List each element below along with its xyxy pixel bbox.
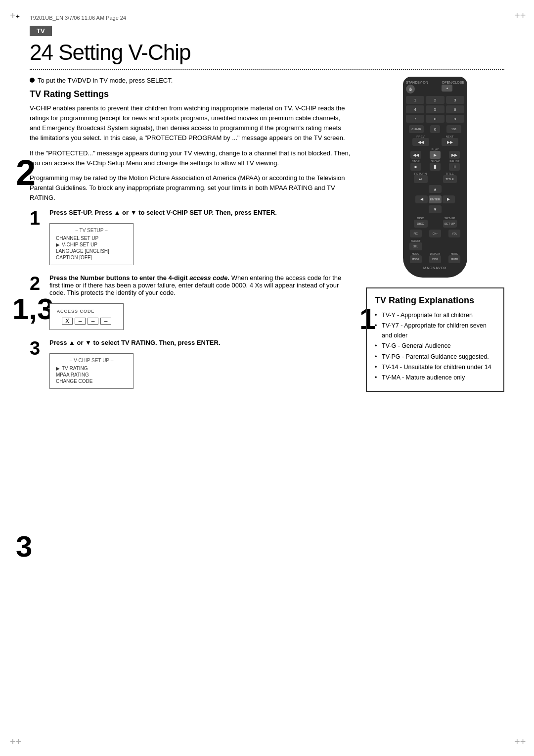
remote-number-grid: 1 2 3 4 5 6 7 8 9 <box>406 96 464 123</box>
right-column: STANDBY-ON ⏻ OPEN/CLOSE ▲ 1 2 3 4 <box>366 77 504 398</box>
step-1-menu-item-3: LANGUAGE [ENGLISH] <box>56 248 127 254</box>
code-box-4: – <box>100 318 111 325</box>
num-btn-7[interactable]: 7 <box>406 115 424 123</box>
step-3-number: 3 <box>30 339 44 358</box>
tv-rating-item-6: TV-MA - Mature audience only <box>375 373 495 382</box>
next-button[interactable]: ▶▶ <box>442 138 458 146</box>
left-button[interactable]: ◀ <box>415 195 428 203</box>
access-code-label: ACCESS CODE <box>57 309 116 314</box>
step-1-screen: – TV SETUP – CHANNEL SET UP ▶ V-CHIP SET… <box>49 223 134 265</box>
fast-forward-button[interactable]: ▶▶ <box>449 151 460 159</box>
step-1-content: Press SET-UP. Press ▲ or ▼ to select V-C… <box>49 209 351 265</box>
code-box-2: – <box>75 318 86 325</box>
pause-button[interactable]: ⏸ <box>449 163 460 171</box>
step-2-access-code-screen: ACCESS CODE X – – – <box>49 303 124 330</box>
tv-rating-item-1: TV-Y - Appropriate for all children <box>375 311 495 320</box>
remote-clear-row: CLEAR 0 100 <box>406 125 464 133</box>
page-header: T9201UB_EN 3/7/06 11:06 AM Page 24 <box>30 15 504 21</box>
display-button[interactable]: DISP <box>429 255 441 263</box>
slow-button[interactable]: ▐▌ <box>430 163 441 171</box>
stop-slow-pause-row: STOP ■ SLOW ▐▌ PAUSE ⏸ <box>406 160 464 171</box>
play-row: PLAY ◀◀ ▶ ▶▶ <box>406 148 464 159</box>
num-btn-8[interactable]: 8 <box>426 115 444 123</box>
mode-button[interactable]: MODE <box>410 255 422 263</box>
play-button[interactable]: ▶ <box>430 151 441 159</box>
mute-button[interactable]: MUTE <box>448 255 460 263</box>
dotted-separator <box>30 69 504 70</box>
step-3-menu-item-1: ▶ TV RATING <box>56 365 127 372</box>
standby-button[interactable]: ⏻ <box>406 85 415 94</box>
picture-button[interactable]: PIC <box>410 230 422 237</box>
step-1-menu-item-2: ▶ V-CHIP SET UP <box>56 241 127 248</box>
num-btn-6[interactable]: 6 <box>446 105 464 113</box>
num-btn-2[interactable]: 2 <box>426 96 444 104</box>
step-2-title: Press the Number buttons to enter the 4-… <box>49 274 351 296</box>
enter-button[interactable]: ENTER <box>429 195 441 203</box>
ch-button[interactable]: CH+ <box>429 230 441 237</box>
step-1-block: 1 Press SET-UP. Press ▲ or ▼ to select V… <box>30 209 351 265</box>
remote-brand: MAGNAVOX <box>406 266 464 270</box>
step-2-title-bold: Press the Number buttons to enter the 4-… <box>49 274 188 282</box>
btn-100[interactable]: 100 <box>446 125 461 133</box>
select-row: SELECT SEL <box>406 239 464 250</box>
select-note: To put the TV/DVD in TV mode, press SELE… <box>30 77 351 84</box>
right-button[interactable]: ▶ <box>443 195 455 203</box>
remote-prev-next-row: PREV ◀◀ NEXT ▶▶ <box>406 135 464 146</box>
step-2-title-italic: access code. <box>189 274 229 282</box>
step-2-content: Press the Number buttons to enter the 4-… <box>49 274 351 330</box>
step-1-title: Press SET-UP. Press ▲ or ▼ to select V-C… <box>49 209 351 216</box>
step-3-title: Press ▲ or ▼ to select TV RATING. Then, … <box>49 339 351 346</box>
vol-button[interactable]: VOL <box>448 230 460 237</box>
title-button[interactable]: TITLE <box>443 175 457 183</box>
step-3-menu-title: – V-CHIP SET UP – <box>56 358 127 363</box>
up-button[interactable]: ▲ <box>429 185 441 193</box>
step-1-menu-title: – TV SETUP – <box>56 228 127 233</box>
stop-button[interactable]: ■ <box>410 163 421 171</box>
step-2-number: 2 <box>30 274 44 293</box>
step-1-title-text: Press SET-UP. Press ▲ or ▼ to select V-C… <box>49 209 277 216</box>
num-btn-9[interactable]: 9 <box>446 115 464 123</box>
page-meta: T9201UB_EN 3/7/06 11:06 AM Page 24 <box>30 15 126 21</box>
step-3-content: Press ▲ or ▼ to select TV RATING. Then, … <box>49 339 351 389</box>
remote-control: STANDBY-ON ⏻ OPEN/CLOSE ▲ 1 2 3 4 <box>403 77 467 278</box>
nav-cross-container: ▲ ◀ ENTER ▶ ▼ <box>415 185 455 215</box>
step-3-menu-item-3: CHANGE CODE <box>56 378 127 384</box>
setup-button[interactable]: SET-UP <box>443 220 457 228</box>
return-button[interactable]: ↩ <box>414 175 428 183</box>
return-title-row: RETURN ↩ TITLE TITLE <box>406 172 464 183</box>
num-btn-5[interactable]: 5 <box>426 105 444 113</box>
step-3-screen: – V-CHIP SET UP – ▶ TV RATING MPAA RATIN… <box>49 353 134 389</box>
tv-rating-title: TV Rating Explanations <box>375 295 495 306</box>
num-btn-3[interactable]: 3 <box>446 96 464 104</box>
step-1-number: 1 <box>30 209 44 228</box>
page-title: 24 Setting V-Chip <box>30 40 504 65</box>
down-button[interactable]: ▼ <box>429 205 441 213</box>
bottom-btns-row: PIC CH+ VOL <box>406 230 464 237</box>
num-btn-4[interactable]: 4 <box>406 105 424 113</box>
step-1-menu-item-1: CHANNEL SET UP <box>56 235 127 241</box>
open-close-button[interactable]: ▲ <box>442 85 452 92</box>
body-text-2: If the "PROTECTED..." message appears du… <box>30 148 351 168</box>
tv-badge: TV <box>30 26 52 36</box>
tv-rating-item-5: TV-14 - Unsuitable for children under 14 <box>375 363 495 372</box>
arrow-right-icon: ▶ <box>56 242 60 247</box>
num-btn-0[interactable]: 0 <box>430 125 440 133</box>
body-text-1: V-CHIP enables parents to prevent their … <box>30 103 351 143</box>
rewind-button[interactable]: ◀◀ <box>410 151 421 159</box>
step-2-block: 2 Press the Number buttons to enter the … <box>30 274 351 330</box>
clear-button[interactable]: CLEAR <box>409 125 424 133</box>
prev-button[interactable]: ◀◀ <box>412 138 429 146</box>
num-btn-1[interactable]: 1 <box>406 96 424 104</box>
code-box-3: – <box>88 318 98 325</box>
bullet-circle <box>30 78 35 83</box>
step-3-title-text: Press ▲ or ▼ to select TV RATING. Then, … <box>49 339 221 346</box>
remote-container: STANDBY-ON ⏻ OPEN/CLOSE ▲ 1 2 3 4 <box>366 77 504 278</box>
step-1-menu-item-4: CAPTION [OFF] <box>56 254 127 261</box>
arrow-right-icon-2: ▶ <box>56 366 60 371</box>
tv-rating-item-3: TV-G - General Audience <box>375 341 495 351</box>
select-button[interactable]: SEL <box>409 242 422 250</box>
step-3-menu-item-2: MPAA RATING <box>56 372 127 378</box>
disc-button[interactable]: DISC <box>414 220 428 228</box>
tv-rating-explanations-box: TV Rating Explanations TV-Y - Appropriat… <box>366 287 504 392</box>
step-3-block: 3 Press ▲ or ▼ to select TV RATING. Then… <box>30 339 351 389</box>
